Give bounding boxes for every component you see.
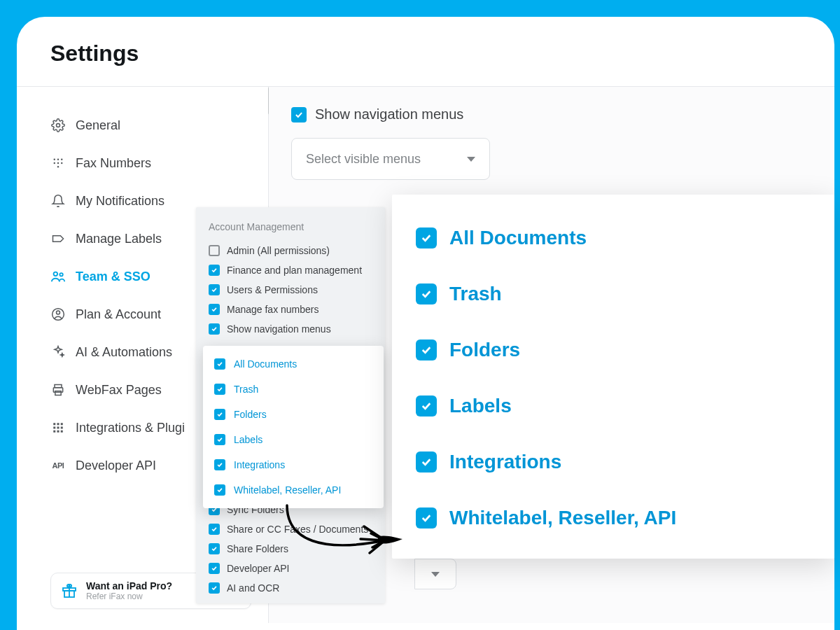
nav-item-label: Whitelabel, Reseller, API — [234, 484, 341, 496]
checkbox-checked[interactable] — [209, 524, 220, 535]
zoom-item-integrations[interactable]: Integrations — [416, 434, 811, 490]
checkbox-checked[interactable] — [209, 543, 220, 554]
tag-icon — [50, 231, 66, 246]
checkbox-checked[interactable] — [416, 340, 437, 360]
checkbox-checked[interactable] — [214, 484, 225, 496]
perm-item-label: Developer API — [227, 563, 290, 574]
checkbox-checked[interactable] — [214, 358, 225, 370]
refer-subtitle: Refer iFax now — [86, 592, 172, 601]
nav-item-integrations[interactable]: Integrations — [206, 452, 381, 477]
zoom-item-label: Labels — [449, 395, 512, 417]
nav-item-whitelabel[interactable]: Whitelabel, Reseller, API — [206, 477, 381, 503]
svg-rect-23 — [61, 430, 63, 433]
zoom-item-trash[interactable]: Trash — [416, 266, 811, 322]
perm-item-share-folders[interactable]: Share Folders — [203, 539, 378, 559]
checkbox-checked[interactable] — [214, 459, 225, 470]
perm-item-admin[interactable]: Admin (All permissions) — [203, 241, 378, 260]
perm-item-label: Share Folders — [227, 543, 288, 554]
checkbox-checked[interactable] — [209, 582, 220, 594]
zoom-item-label: Integrations — [449, 451, 561, 473]
nav-item-all-documents[interactable]: All Documents — [206, 351, 381, 377]
zoom-item-label: Trash — [449, 283, 502, 305]
checkbox-checked[interactable] — [209, 284, 220, 295]
checkbox-checked[interactable] — [416, 396, 437, 416]
checkbox-checked[interactable] — [209, 265, 220, 276]
checkbox-checked[interactable] — [416, 451, 437, 472]
nav-item-trash[interactable]: Trash — [206, 377, 381, 402]
svg-rect-18 — [53, 427, 55, 429]
perm-item-share-cc[interactable]: Share or CC Faxes / Documents — [203, 519, 378, 539]
sidebar-item-label: Team & SSO — [76, 270, 150, 284]
zoom-item-labels[interactable]: Labels — [416, 378, 811, 434]
zoom-item-folders[interactable]: Folders — [416, 322, 811, 378]
select-placeholder: Select visible menus — [306, 152, 421, 167]
sidebar-item-label: Manage Labels — [76, 232, 162, 246]
nav-item-label: Integrations — [234, 459, 285, 470]
zoom-item-whitelabel[interactable]: Whitelabel, Reseller, API — [416, 490, 811, 546]
nav-item-labels[interactable]: Labels — [206, 427, 381, 452]
svg-point-11 — [57, 311, 60, 314]
svg-point-0 — [57, 124, 60, 127]
svg-point-7 — [57, 166, 59, 167]
dialpad-icon — [50, 155, 66, 171]
perm-item-label: AI and OCR — [227, 582, 279, 594]
users-icon — [50, 269, 66, 284]
select-visible-menus[interactable]: Select visible menus — [291, 138, 490, 180]
svg-rect-15 — [53, 423, 55, 425]
perm-item-dev-api[interactable]: Developer API — [203, 559, 378, 578]
checkbox-checked[interactable] — [209, 563, 220, 574]
checkbox-checked[interactable] — [416, 227, 437, 248]
perm-item-label: Admin (All permissions) — [227, 245, 330, 256]
svg-rect-17 — [61, 423, 63, 425]
svg-rect-14 — [55, 391, 61, 396]
checkbox-checked[interactable] — [214, 434, 225, 445]
sidebar-item-label: Plan & Account — [76, 307, 161, 322]
checkbox-checked[interactable] — [209, 323, 220, 335]
svg-rect-16 — [57, 423, 59, 425]
svg-point-3 — [61, 159, 62, 160]
gift-icon — [61, 582, 78, 599]
gear-icon — [50, 118, 66, 133]
sidebar-item-label: AI & Automations — [76, 345, 172, 360]
select-below-chevron[interactable] — [414, 559, 456, 589]
checkbox-checked[interactable] — [416, 507, 437, 528]
zoom-item-label: Folders — [449, 339, 520, 361]
nav-menu-popup: All Documents Trash Folders Labels Integ… — [203, 346, 384, 508]
svg-rect-21 — [53, 430, 55, 433]
perm-item-label: Show navigation menus — [227, 323, 331, 335]
sidebar-item-label: Developer API — [76, 458, 156, 473]
perm-item-ai-ocr[interactable]: AI and OCR — [203, 578, 378, 598]
perm-item-label: Share or CC Faxes / Documents — [227, 524, 368, 535]
svg-point-5 — [57, 162, 59, 164]
svg-rect-19 — [57, 427, 59, 429]
nav-item-folders[interactable]: Folders — [206, 402, 381, 427]
checkbox-checked[interactable] — [214, 384, 225, 395]
svg-point-6 — [61, 162, 62, 164]
nav-item-label: Trash — [234, 384, 258, 395]
perm-item-label: Users & Permissions — [227, 284, 318, 295]
svg-point-8 — [54, 272, 58, 276]
svg-point-1 — [54, 159, 55, 160]
svg-point-9 — [59, 273, 62, 276]
api-icon: API — [50, 458, 66, 473]
perm-item-manage-fax[interactable]: Manage fax numbers — [203, 300, 378, 319]
sidebar-item-general[interactable]: General — [50, 106, 251, 144]
zoom-item-all-documents[interactable]: All Documents — [416, 210, 811, 266]
perm-item-finance[interactable]: Finance and plan management — [203, 260, 378, 280]
svg-point-2 — [57, 159, 59, 160]
sidebar-item-label: Fax Numbers — [76, 156, 151, 171]
refer-title: Want an iPad Pro? — [86, 580, 172, 592]
perm-item-label: Finance and plan management — [227, 265, 362, 276]
perm-item-users[interactable]: Users & Permissions — [203, 280, 378, 300]
checkbox-checked[interactable] — [214, 409, 225, 420]
nav-item-label: Folders — [234, 409, 267, 420]
checkbox-checked[interactable] — [416, 284, 437, 304]
checkbox-show-nav[interactable] — [291, 107, 307, 122]
show-nav-label: Show navigation menus — [315, 106, 463, 122]
checkbox-checked[interactable] — [209, 304, 220, 315]
perm-item-show-nav[interactable]: Show navigation menus — [203, 319, 378, 339]
page-header: Settings — [17, 17, 834, 87]
checkbox-unchecked[interactable] — [209, 245, 220, 256]
sidebar-item-label: My Notifications — [76, 194, 164, 209]
sidebar-item-fax-numbers[interactable]: Fax Numbers — [50, 144, 251, 182]
